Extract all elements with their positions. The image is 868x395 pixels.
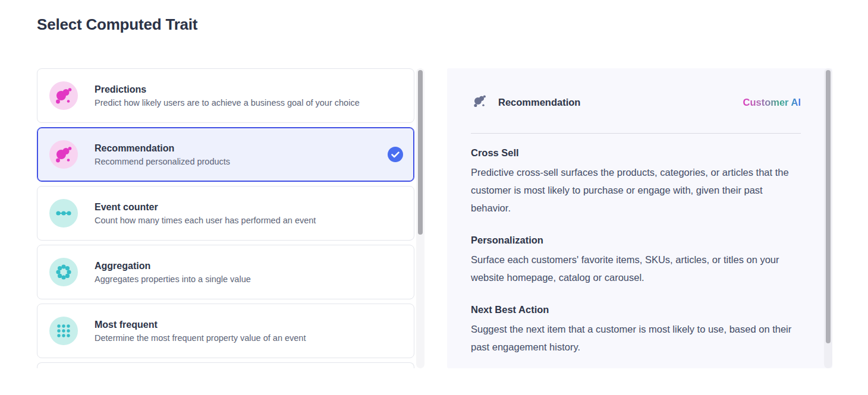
section-personalization: Personalization Surface each customers' … — [471, 235, 801, 286]
trait-card-predictions[interactable]: Predictions Predict how likely users are… — [37, 68, 414, 123]
trait-title: Event counter — [95, 202, 316, 213]
section-next-best-action: Next Best Action Suggest the next item t… — [471, 304, 801, 356]
section-body: Suggest the next item that a customer is… — [471, 320, 801, 356]
trait-title: Predictions — [95, 84, 360, 95]
detail-header: Recommendation Customer AI — [471, 93, 801, 111]
trait-list-scrollbar[interactable] — [416, 68, 424, 368]
section-cross-sell: Cross Sell Predictive cross-sell surface… — [471, 147, 801, 217]
recommendation-cluster-icon — [471, 92, 489, 112]
section-heading: Next Best Action — [471, 304, 801, 315]
trait-cards: Predictions Predict how likely users are… — [37, 68, 414, 368]
aggregation-ring-icon — [49, 258, 78, 286]
event-counter-dots-icon — [49, 199, 78, 227]
trait-list-scrollbar-thumb[interactable] — [418, 70, 423, 235]
recommendation-cluster-icon — [49, 140, 78, 169]
trait-card-most-frequent[interactable]: Most frequent Determine the most frequen… — [37, 304, 414, 358]
trait-title: Recommendation — [95, 143, 230, 154]
trait-description: Predict how likely users are to achieve … — [95, 98, 360, 108]
divider — [471, 133, 801, 134]
grid-dots-icon — [49, 317, 78, 345]
trait-description: Count how many times each user has perfo… — [95, 216, 316, 225]
detail-panel-scrollbar[interactable] — [824, 68, 832, 368]
trait-title: Most frequent — [95, 320, 306, 330]
section-body: Predictive cross-sell surfaces the produ… — [471, 163, 801, 217]
section-heading: Cross Sell — [471, 147, 801, 159]
trait-description: Recommend personalized products — [95, 157, 230, 166]
detail-title: Recommendation — [498, 97, 580, 108]
page-title: Select Computed Trait — [37, 15, 197, 34]
trait-description: Aggregates properties into a single valu… — [95, 274, 251, 284]
customer-ai-badge: Customer AI — [743, 97, 801, 108]
detail-panel: Recommendation Customer AI Cross Sell Pr… — [447, 68, 832, 368]
trait-title: Aggregation — [95, 261, 251, 271]
predictions-cluster-icon — [49, 81, 78, 110]
trait-card-partial[interactable] — [37, 362, 414, 368]
section-heading: Personalization — [471, 235, 801, 246]
trait-description: Determine the most frequent property val… — [95, 333, 306, 343]
trait-card-aggregation[interactable]: Aggregation Aggregates properties into a… — [37, 245, 414, 299]
detail-panel-scrollbar-thumb[interactable] — [826, 70, 831, 343]
selected-check-icon — [388, 147, 403, 162]
trait-card-recommendation[interactable]: Recommendation Recommend personalized pr… — [37, 127, 414, 182]
trait-list: Predictions Predict how likely users are… — [37, 68, 424, 368]
trait-card-event-counter[interactable]: Event counter Count how many times each … — [37, 186, 414, 241]
section-body: Surface each customers' favorite items, … — [471, 251, 801, 286]
